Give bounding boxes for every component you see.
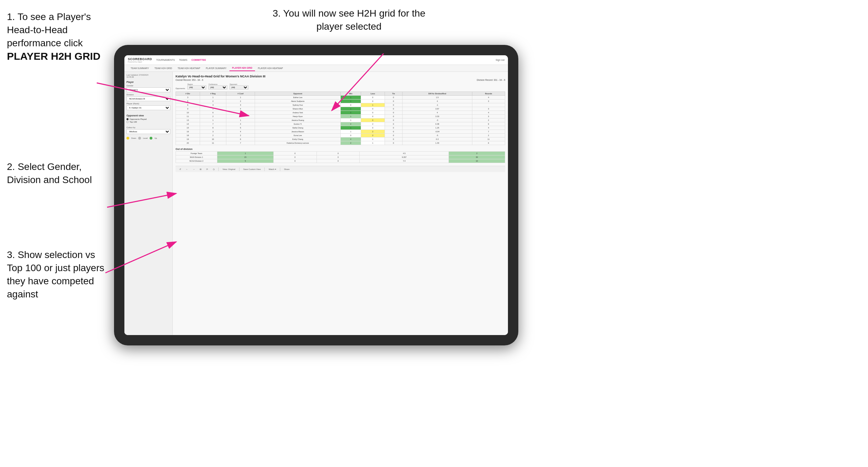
toolbar-save-custom-view[interactable]: Save Custom View	[242, 168, 262, 171]
radio-dot-top100	[126, 121, 129, 123]
instruction-3: 3. Show selection vs Top 100 or just pla…	[7, 248, 107, 301]
division-select[interactable]: NCAA Division III	[126, 96, 170, 101]
table-row: 15 8 5 Stella Cheng 1 0 0 1.25 4	[176, 126, 505, 130]
table-row: 19 10 6 Emily Chang 4 1 0 0.3 11	[176, 137, 505, 141]
instruction-2: 2. Select Gender, Division and School	[7, 160, 107, 187]
subnav-team-h2h-heatmap[interactable]: TEAM H2H HEATMAP	[175, 66, 203, 71]
ood-table-row: Foreign Team 1 0 0 4.5 2	[176, 152, 505, 155]
toolbar-sep1	[218, 168, 219, 171]
table-row: 20 11 7 Federica Domecq Lacroze 2 1 0 1.…	[176, 141, 505, 145]
table-row: 11 2 5 Heejo Hyun 1 0 0 3.33 3	[176, 115, 505, 118]
ood-table-row: NCAA Division 2 5 0 0 7.4 10	[176, 159, 505, 163]
instructions-right: 3. You will now see H2H grid for the pla…	[263, 7, 435, 33]
table-row: 3 1 1 Esther Lee 1 0 0 1.5 4	[176, 96, 505, 99]
h2h-table: # Div # Reg # Conf Opponent Win Loss Tie…	[176, 92, 505, 145]
col-win: Win	[341, 92, 361, 96]
subnav-team-h2h-grid[interactable]: TEAM H2H GRID	[152, 66, 175, 71]
colour-label-down: Down	[131, 137, 136, 139]
subnav-player-h2h-grid[interactable]: PLAYER H2H GRID	[229, 65, 255, 71]
filter-region: Region (All)	[187, 83, 206, 89]
radio-top-100[interactable]: Top 100	[126, 121, 170, 123]
grid-title: Katelyn Vo Head-to-Head Grid for Women's…	[176, 75, 505, 78]
nav-links: TOURNAMENTS TEAMS COMMITTEE	[156, 58, 496, 62]
table-row: 16 3 4 Jessica Mason 1 2 0 -0.94 7	[176, 130, 505, 134]
subnav-player-summary[interactable]: PLAYER SUMMARY	[203, 66, 229, 71]
colour-by-section: Colour by Win/loss Down Level Up	[126, 126, 170, 140]
gender-select[interactable]: Women's	[126, 87, 170, 92]
subnav-player-h2h-heatmap[interactable]: PLAYER H2H HEATMAP	[255, 66, 286, 71]
tablet-frame: SCOREBOARD Powered by clippd TOURNAMENTS…	[114, 45, 518, 345]
col-rounds: Rounds	[472, 92, 505, 96]
toolbar-watch[interactable]: Watch ▾	[267, 168, 277, 171]
colour-label-level: Level	[143, 137, 148, 139]
nav-teams[interactable]: TEAMS	[179, 58, 187, 62]
toolbar-forward[interactable]: →	[192, 168, 196, 171]
filter-opponent: Opponent (All)	[229, 83, 248, 89]
filter-opponent-select[interactable]: (All)	[229, 85, 248, 89]
radio-dot-played	[126, 118, 129, 120]
main-content: Last Updated: 27/03/2024 16:55:38 Player…	[124, 72, 508, 335]
toolbar-sep3	[264, 168, 265, 171]
out-of-division-label: Out of division	[176, 148, 505, 150]
nav-sign-out[interactable]: Sign out	[496, 59, 504, 61]
toolbar-grid[interactable]: ⊞	[199, 168, 202, 171]
opponent-view-label: Opponent view	[126, 114, 170, 117]
col-conf: # Conf	[226, 92, 255, 96]
sub-nav: TEAM SUMMARY TEAM H2H GRID TEAM H2H HEAT…	[124, 65, 508, 72]
radio-opponents-played[interactable]: Opponents Played	[126, 118, 170, 120]
toolbar-view-original[interactable]: View: Original	[221, 168, 236, 171]
nav-tournaments[interactable]: TOURNAMENTS	[156, 58, 175, 62]
col-opponent: Opponent	[255, 92, 341, 96]
logo-area: SCOREBOARD Powered by clippd	[128, 57, 152, 63]
bottom-toolbar: ↺ ← → ⊞ ⟳ ◷ View: Original Save Custom V…	[176, 166, 505, 172]
toolbar-clock[interactable]: ◷	[212, 168, 216, 171]
table-row: 6 3 3 Sydney Kuo 0 1 0 -1	[176, 103, 505, 107]
overall-record: Overall Record: 353 - 34 - 6	[176, 79, 203, 81]
subnav-team-summary[interactable]: TEAM SUMMARY	[128, 66, 152, 71]
ood-table-row: NAIA Division 1 15 0 0 9.267 30	[176, 155, 505, 159]
filter-conference-select[interactable]: (All)	[208, 85, 227, 89]
col-div: # Div	[176, 92, 200, 96]
filter-row: Opponents: Region (All) Conference (All)	[176, 83, 505, 89]
filter-conference: Conference (All)	[208, 83, 227, 89]
colour-dot-down	[126, 137, 129, 140]
opponents-label: Opponents:	[176, 87, 185, 89]
left-panel: Last Updated: 27/03/2024 16:55:38 Player…	[124, 72, 173, 335]
tablet-screen: SCOREBOARD Powered by clippd TOURNAMENTS…	[124, 55, 508, 335]
table-row: 13 1 1 Jessica Huang 1 0 0 -3 2	[176, 118, 505, 122]
opponent-view-options: Opponents Played Top 100	[126, 118, 170, 123]
table-row: 18 2 2 Euna Lee 0 2 0 -5 2	[176, 134, 505, 137]
player-rank-select[interactable]: 8. Katelyn Vo	[126, 105, 170, 110]
table-row: 5 2 2 Alexis Sudjianto 1 0 0 4 3	[176, 99, 505, 103]
toolbar-share[interactable]: Share	[283, 168, 291, 171]
nav-committee[interactable]: COMMITTEE	[191, 58, 206, 62]
col-diff: Diff Av Strokes/Rnd	[403, 92, 472, 96]
instructions-left: 1. To see a Player's Head-to-Head perfor…	[0, 0, 114, 322]
logo-text: SCOREBOARD	[128, 57, 152, 61]
division-label: Division	[126, 94, 170, 96]
filter-region-select[interactable]: (All)	[187, 85, 206, 89]
division-record: Division Record: 331 - 34 - 6	[477, 79, 505, 81]
out-of-division-table: Foreign Team 1 0 0 4.5 2 NAIA Division 1…	[176, 151, 505, 163]
toolbar-refresh[interactable]: ⟳	[205, 168, 209, 171]
instruction-1: 1. To see a Player's Head-to-Head perfor…	[7, 10, 107, 64]
colour-label-up: Up	[154, 137, 157, 139]
logo-sub: Powered by clippd	[128, 61, 152, 63]
grid-records: Overall Record: 353 - 34 - 6 Division Re…	[176, 79, 505, 81]
right-panel: Katelyn Vo Head-to-Head Grid for Women's…	[173, 72, 508, 335]
colour-legend: Down Level Up	[126, 137, 170, 140]
table-row: 9 1 4 Sharon Mun 1 0 0 3.67 3	[176, 107, 505, 111]
colour-by-select[interactable]: Win/loss	[126, 129, 170, 134]
toolbar-sep2	[239, 168, 239, 171]
table-row: 10 6 3 Andrea York 2 0 0 4 4	[176, 111, 505, 115]
gender-label: Gender	[126, 85, 170, 87]
colour-by-label: Colour by	[126, 126, 170, 128]
table-row: 14 7 4 Eunice Yi 2 2 0 0.38 9	[176, 122, 505, 126]
colour-dot-level	[138, 137, 141, 140]
player-section-title: Player	[126, 81, 170, 83]
player-rank-label: Player (Rank)	[126, 103, 170, 105]
col-reg: # Reg	[200, 92, 226, 96]
toolbar-back[interactable]: ←	[185, 168, 189, 171]
toolbar-undo[interactable]: ↺	[178, 168, 182, 171]
toolbar-sep4	[280, 168, 280, 171]
